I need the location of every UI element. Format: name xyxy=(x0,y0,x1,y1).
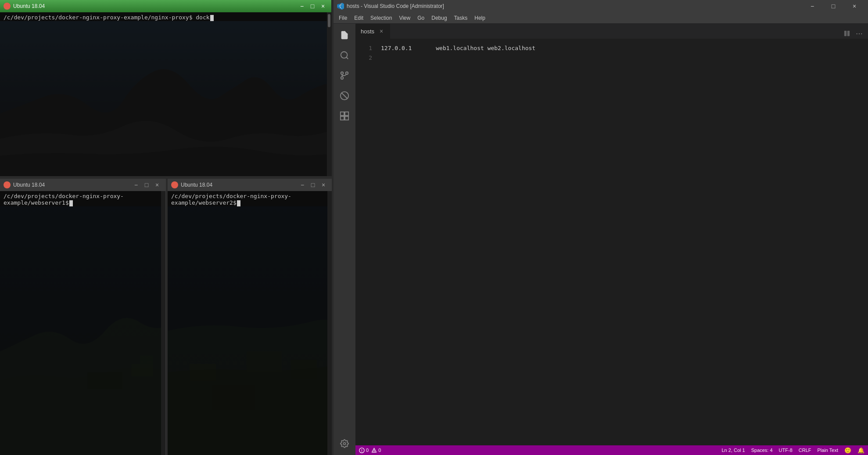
status-smiley[interactable]: 🙂 xyxy=(844,447,851,454)
more-actions-btn[interactable]: ⋯ xyxy=(854,28,864,39)
activity-extensions[interactable] xyxy=(335,106,354,126)
tab-hosts[interactable]: hosts × xyxy=(355,24,391,39)
status-language[interactable]: Plain Text xyxy=(818,448,839,453)
svg-rect-22 xyxy=(844,31,846,36)
code-line-1: 127.0.0.1 web1.localhost web2.localhost xyxy=(377,43,864,53)
vscode-close-btn[interactable]: × xyxy=(844,0,864,12)
svg-rect-17 xyxy=(341,112,344,116)
vscode-maximize-btn[interactable]: □ xyxy=(823,0,843,12)
web1-title: Ubuntu 18.04 xyxy=(13,182,131,188)
svg-rect-23 xyxy=(847,31,850,36)
menu-help[interactable]: Help xyxy=(471,14,489,22)
status-errors[interactable]: 0 xyxy=(359,448,369,453)
web2-maximize[interactable]: □ xyxy=(308,181,318,189)
svg-line-11 xyxy=(346,57,348,59)
menu-file[interactable]: File xyxy=(335,14,351,22)
svg-rect-20 xyxy=(345,116,348,120)
status-line-col[interactable]: Ln 2, Col 1 xyxy=(721,448,745,453)
menu-debug[interactable]: Debug xyxy=(428,14,450,22)
vertical-divider-bottom-terminals xyxy=(166,179,168,455)
web1-bg-art xyxy=(0,206,165,455)
web2-terminal: Ubuntu 18.04 − □ × /c/dev/projects/docke… xyxy=(168,179,332,455)
nginx-bg-art xyxy=(0,21,331,177)
editor-scrollbar[interactable] xyxy=(864,39,868,445)
status-encoding[interactable]: UTF-8 xyxy=(779,448,793,453)
vscode-icon xyxy=(337,3,344,10)
vscode-statusbar: 0 0 Ln 2, Col 1 xyxy=(355,445,868,455)
vscode-window: hosts - Visual Studio Code [Administrato… xyxy=(334,0,868,455)
editor-content[interactable]: 1 2 127.0.0.1 web1.localhost web2.localh… xyxy=(355,39,868,445)
svg-rect-2 xyxy=(131,364,153,376)
vertical-divider-terminal xyxy=(332,0,334,455)
warning-icon xyxy=(371,448,377,453)
web2-bg-art xyxy=(168,206,332,455)
nginx-close[interactable]: × xyxy=(318,2,328,10)
split-editor-btn[interactable] xyxy=(842,28,852,39)
web2-minimize[interactable]: − xyxy=(298,181,307,189)
status-bell[interactable]: 🔔 xyxy=(857,447,864,454)
web1-terminal: Ubuntu 18.04 − □ × /c/dev/projects/docke… xyxy=(0,179,166,455)
menu-view[interactable]: View xyxy=(395,14,414,22)
svg-rect-18 xyxy=(345,112,348,116)
web2-icon xyxy=(171,181,178,188)
activity-debug[interactable] xyxy=(335,86,354,105)
svg-rect-3 xyxy=(140,355,153,364)
nginx-prompt: /c/dev/projects/docker-nginx-proxy-examp… xyxy=(0,12,331,21)
svg-point-14 xyxy=(341,77,344,79)
nginx-title: Ubuntu 18.04 xyxy=(13,3,297,9)
web1-icon xyxy=(4,181,11,188)
web1-prompt: /c/dev/projects/docker-nginx-proxy-examp… xyxy=(0,191,165,206)
web2-body[interactable] xyxy=(168,206,332,455)
web2-close[interactable]: × xyxy=(319,181,328,189)
menu-edit[interactable]: Edit xyxy=(351,14,367,22)
nginx-cursor xyxy=(210,15,214,21)
nginx-terminal: Ubuntu 18.04 − □ × /c/dev/projects/docke… xyxy=(0,0,331,177)
activity-explorer[interactable] xyxy=(335,25,354,45)
svg-point-10 xyxy=(341,52,348,58)
menu-go[interactable]: Go xyxy=(414,14,428,22)
nginx-minimize[interactable]: − xyxy=(297,2,307,10)
web1-scrollbar[interactable] xyxy=(161,191,165,455)
web2-cursor xyxy=(237,200,240,206)
vscode-title: hosts - Visual Studio Code [Administrato… xyxy=(347,3,802,9)
activity-settings[interactable] xyxy=(335,434,354,453)
web1-body[interactable] xyxy=(0,206,165,455)
svg-rect-7 xyxy=(247,351,282,372)
extensions-icon xyxy=(340,111,349,121)
web1-maximize[interactable]: □ xyxy=(142,181,151,189)
status-spaces[interactable]: Spaces: 4 xyxy=(751,448,773,453)
web1-minimize[interactable]: − xyxy=(131,181,141,189)
web2-title: Ubuntu 18.04 xyxy=(181,182,298,188)
svg-rect-8 xyxy=(291,360,317,378)
status-left: 0 0 xyxy=(359,448,381,453)
search-icon xyxy=(340,51,349,60)
tab-bar: hosts × ⋯ xyxy=(355,24,868,39)
web2-scrollbar[interactable] xyxy=(327,191,332,455)
vscode-menubar: File Edit Selection View Go Debug Tasks … xyxy=(334,12,868,24)
nginx-scrollbar[interactable] xyxy=(327,12,331,177)
line-number-1: 1 xyxy=(355,43,372,53)
warning-count: 0 xyxy=(378,448,381,453)
vscode-minimize-btn[interactable]: − xyxy=(802,0,822,12)
menu-selection[interactable]: Selection xyxy=(367,14,395,22)
tab-hosts-close[interactable]: × xyxy=(378,28,385,35)
code-area[interactable]: 127.0.0.1 web1.localhost web2.localhost xyxy=(377,39,864,445)
editor-area: hosts × ⋯ xyxy=(355,24,868,455)
nginx-body[interactable] xyxy=(0,21,331,177)
activity-source-control[interactable] xyxy=(335,66,354,85)
activity-search[interactable] xyxy=(335,46,354,65)
status-right: Ln 2, Col 1 Spaces: 4 UTF-8 CRLF Plain T… xyxy=(721,447,864,454)
status-warnings[interactable]: 0 xyxy=(371,448,381,453)
error-count: 0 xyxy=(366,448,369,453)
gear-icon xyxy=(340,439,349,448)
web2-titlebar: Ubuntu 18.04 − □ × xyxy=(168,179,332,191)
status-line-ending[interactable]: CRLF xyxy=(799,448,811,453)
nginx-maximize[interactable]: □ xyxy=(308,2,317,10)
activity-bar xyxy=(334,24,355,455)
web1-cursor xyxy=(69,200,73,206)
web1-close[interactable]: × xyxy=(152,181,162,189)
menu-tasks[interactable]: Tasks xyxy=(451,14,471,22)
svg-point-21 xyxy=(344,443,346,445)
web1-titlebar: Ubuntu 18.04 − □ × xyxy=(0,179,165,191)
vscode-titlebar: hosts - Visual Studio Code [Administrato… xyxy=(334,0,868,12)
